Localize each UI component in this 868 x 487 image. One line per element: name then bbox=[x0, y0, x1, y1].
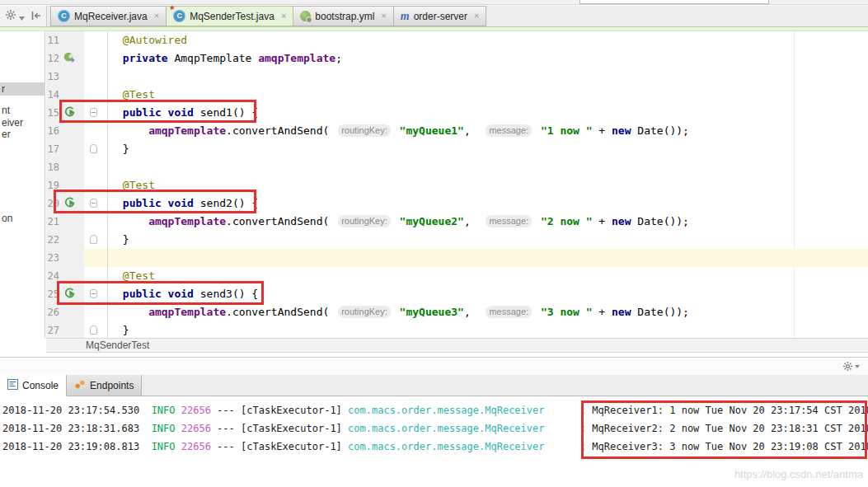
code-segment: "myQueue2" bbox=[400, 215, 464, 227]
log-segment bbox=[176, 405, 181, 416]
code-segment: , bbox=[464, 215, 483, 227]
code-segment: + bbox=[593, 306, 612, 318]
close-icon[interactable]: × bbox=[154, 12, 159, 21]
gear-icon[interactable] bbox=[5, 9, 16, 24]
breadcrumb: MqSenderTest bbox=[46, 338, 868, 353]
modified-asterisk-icon: * bbox=[170, 6, 174, 14]
tab-order-server[interactable]: morder-server× bbox=[394, 6, 487, 26]
gutter-cell: 16 bbox=[46, 122, 84, 140]
code-segment: new bbox=[612, 124, 631, 137]
fold-lane bbox=[84, 31, 108, 49]
code-segment: @Autowired bbox=[123, 34, 187, 46]
close-icon[interactable]: × bbox=[474, 12, 479, 21]
sidebar-item[interactable]: er bbox=[0, 128, 45, 141]
log-segment: com.macs.order.message.MqReceiver bbox=[348, 423, 544, 434]
gutter-cell: 17 bbox=[46, 140, 84, 158]
tab-console[interactable]: Console bbox=[0, 375, 67, 396]
log-segment: 22656 bbox=[181, 441, 211, 452]
code-segment bbox=[534, 124, 541, 137]
tab-bootstrap-yml[interactable]: bootstrap.yml× bbox=[293, 6, 393, 26]
close-icon[interactable]: × bbox=[381, 12, 386, 21]
code-line: 27 } bbox=[46, 321, 868, 338]
run-panel-tabs: Console Endpoints bbox=[0, 375, 868, 396]
code-segment bbox=[393, 124, 400, 137]
line-number: 27 bbox=[46, 321, 59, 338]
fold-marker-icon[interactable] bbox=[90, 325, 97, 335]
gear-icon bbox=[842, 361, 853, 372]
gutter-cell: 22 bbox=[46, 231, 84, 249]
log-segment: 22656 bbox=[181, 405, 211, 416]
fold-lane bbox=[84, 49, 108, 68]
close-icon[interactable]: × bbox=[281, 12, 286, 21]
hide-panel-icon[interactable] bbox=[30, 9, 42, 24]
fold-lane bbox=[84, 213, 108, 231]
code-text[interactable]: } bbox=[108, 231, 868, 249]
code-segment bbox=[393, 306, 400, 318]
gear-dropdown-caret-icon[interactable] bbox=[19, 9, 25, 24]
code-segment: } bbox=[116, 233, 129, 246]
line-number: 16 bbox=[46, 122, 59, 140]
code-segment bbox=[393, 215, 400, 227]
code-segment bbox=[534, 215, 541, 227]
log-segment: 2018-11-20 23:17:54.530 bbox=[2, 405, 152, 416]
code-line: 22 } bbox=[46, 231, 868, 249]
gutter-cell: 21 bbox=[46, 213, 84, 231]
code-segment: Date()); bbox=[631, 306, 689, 318]
log-segment: 2018-11-20 23:19:08.813 bbox=[2, 441, 152, 452]
line-number: 13 bbox=[46, 68, 59, 86]
breadcrumb-item[interactable]: MqSenderTest bbox=[86, 339, 149, 353]
line-number: 26 bbox=[46, 303, 59, 321]
code-segment: "1 now " bbox=[541, 124, 593, 137]
spring-leaf-icon bbox=[300, 11, 311, 21]
gutter-cell: 23 bbox=[46, 249, 84, 267]
tab-mqsendertest-java[interactable]: C*MqSenderTest.java× bbox=[167, 6, 293, 26]
line-number: 21 bbox=[46, 213, 59, 231]
code-line: 11 @Autowired bbox=[46, 31, 868, 49]
code-segment: Date()); bbox=[631, 124, 689, 137]
editor-tab-strip: CMqReceiver.java×C*MqSenderTest.java×boo… bbox=[46, 6, 868, 26]
code-segment: "myQueue1" bbox=[400, 124, 464, 137]
code-text[interactable]: } bbox=[108, 140, 868, 158]
sidebar-item[interactable]: r bbox=[0, 82, 45, 96]
line-number: 12 bbox=[46, 49, 59, 68]
code-segment bbox=[116, 215, 148, 227]
code-segment: .convertAndSend( bbox=[226, 215, 335, 227]
fold-marker-icon[interactable] bbox=[90, 144, 97, 153]
line-number: 18 bbox=[46, 158, 59, 176]
spring-bean-icon[interactable] bbox=[63, 52, 77, 65]
sidebar-item[interactable]: on bbox=[0, 212, 45, 225]
run-panel-gear[interactable] bbox=[842, 361, 860, 372]
code-text[interactable] bbox=[108, 249, 868, 267]
code-segment: ; bbox=[335, 52, 342, 64]
code-text[interactable] bbox=[108, 68, 868, 86]
code-segment: amqpTemplate bbox=[148, 215, 226, 227]
tab-mqreceiver-java[interactable]: CMqReceiver.java× bbox=[50, 6, 167, 26]
tab-endpoints[interactable]: Endpoints bbox=[67, 375, 142, 396]
code-segment bbox=[116, 124, 148, 137]
code-text[interactable] bbox=[108, 158, 868, 176]
log-segment: --- [cTaskExecutor-1] bbox=[211, 423, 348, 434]
run-panel-toolbar bbox=[0, 358, 868, 375]
gutter-cell: 18 bbox=[46, 158, 84, 176]
fold-lane bbox=[84, 158, 108, 176]
code-text[interactable]: } bbox=[108, 321, 868, 338]
code-text[interactable]: amqpTemplate.convertAndSend( routingKey:… bbox=[108, 303, 868, 321]
code-text[interactable]: amqpTemplate.convertAndSend( routingKey:… bbox=[108, 122, 868, 140]
line-number: 14 bbox=[46, 86, 59, 104]
fold-lane bbox=[84, 231, 108, 249]
sidebar-item[interactable]: nt bbox=[0, 104, 45, 117]
code-text[interactable]: @Autowired bbox=[108, 31, 868, 49]
fold-marker-icon[interactable] bbox=[90, 235, 97, 244]
line-number: 17 bbox=[46, 140, 59, 158]
tab-endpoints-label: Endpoints bbox=[90, 380, 134, 391]
code-segment: , bbox=[464, 306, 483, 318]
fold-lane bbox=[84, 122, 108, 140]
code-segment bbox=[534, 306, 541, 318]
code-segment: + bbox=[593, 124, 612, 137]
tab-label: bootstrap.yml bbox=[315, 11, 374, 22]
project-panel-toolbar bbox=[0, 6, 46, 26]
code-text[interactable]: amqpTemplate.convertAndSend( routingKey:… bbox=[108, 213, 868, 231]
code-text[interactable]: private AmqpTemplate amqpTemplate; bbox=[108, 49, 868, 68]
log-segment: INFO bbox=[152, 441, 176, 452]
line-number: 23 bbox=[46, 249, 59, 267]
